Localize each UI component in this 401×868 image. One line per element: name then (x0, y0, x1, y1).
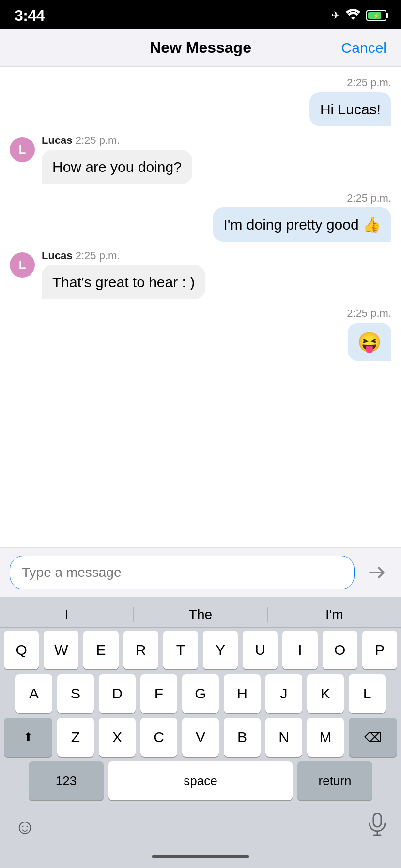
message-bubble: I'm doing pretty good 👍 (213, 207, 391, 242)
autocomplete-word-3[interactable]: I'm (268, 607, 401, 622)
emoji-button[interactable]: ☺ (15, 815, 35, 838)
shift-key[interactable]: ⬆ (4, 718, 52, 757)
msg-time: 2:25 p.m. (76, 249, 120, 262)
app-container: New Message Cancel 2:25 p.m. Hi Lucas! L… (0, 29, 401, 868)
key-F[interactable]: F (140, 674, 177, 713)
keyboard: I The I'm Q W E R T Y U I O P A (0, 597, 401, 868)
key-N[interactable]: N (265, 718, 302, 757)
key-row-1: Q W E R T Y U I O P (4, 631, 397, 669)
message-row: L Lucas 2:25 p.m. How are you doing? (10, 134, 391, 184)
key-H[interactable]: H (224, 674, 261, 713)
key-U[interactable]: U (243, 631, 278, 669)
mic-button[interactable] (368, 813, 386, 840)
sender-name: Lucas (42, 134, 73, 146)
status-icons: ✈ ⚡ (331, 8, 386, 23)
airplane-icon: ✈ (331, 9, 340, 22)
sender-name: Lucas (42, 249, 73, 262)
wifi-icon (346, 8, 360, 23)
send-arrow-icon (365, 561, 387, 584)
message-row: L Lucas 2:25 p.m. That's great to hear :… (10, 249, 391, 299)
key-O[interactable]: O (323, 631, 357, 669)
message-meta: Lucas 2:25 p.m. (42, 249, 205, 262)
key-D[interactable]: D (99, 674, 136, 713)
key-I[interactable]: I (282, 631, 317, 669)
key-row-3: ⬆ Z X C V B N M ⌫ (4, 718, 397, 757)
key-row-4: 123 space return (4, 761, 397, 800)
home-indicator (0, 850, 401, 868)
msg-time: 2:25 p.m. (76, 134, 120, 146)
key-G[interactable]: G (182, 674, 219, 713)
key-M[interactable]: M (307, 718, 344, 757)
key-T[interactable]: T (163, 631, 198, 669)
svg-rect-0 (373, 813, 381, 827)
message-meta: Lucas 2:25 p.m. (42, 134, 192, 147)
autocomplete-word-1[interactable]: I (0, 607, 133, 622)
key-W[interactable]: W (44, 631, 78, 669)
battery-icon: ⚡ (366, 10, 386, 21)
message-row: 2:25 p.m. 😝 (10, 307, 391, 361)
message-bubble: 😝 (348, 323, 391, 361)
key-P[interactable]: P (362, 631, 397, 669)
key-Q[interactable]: Q (4, 631, 39, 669)
message-bubble: That's great to hear : ) (42, 265, 205, 299)
message-input[interactable] (10, 556, 355, 589)
key-B[interactable]: B (224, 718, 261, 757)
autocomplete-bar: I The I'm (0, 602, 401, 628)
key-R[interactable]: R (123, 631, 158, 669)
message-bubble: Hi Lucas! (309, 92, 391, 126)
message-col: Lucas 2:25 p.m. How are you doing? (42, 134, 192, 184)
key-Z[interactable]: Z (57, 718, 94, 757)
message-bubble: How are you doing? (42, 150, 192, 184)
space-key[interactable]: space (108, 761, 293, 800)
home-bar (152, 855, 249, 858)
header-title: New Message (150, 39, 251, 57)
messages-area: 2:25 p.m. Hi Lucas! L Lucas 2:25 p.m. Ho… (0, 67, 401, 547)
delete-icon: ⌫ (364, 730, 382, 745)
key-J[interactable]: J (265, 674, 302, 713)
send-button[interactable] (361, 558, 391, 588)
message-row: 2:25 p.m. I'm doing pretty good 👍 (10, 192, 391, 242)
key-A[interactable]: A (15, 674, 52, 713)
numbers-key[interactable]: 123 (29, 761, 104, 800)
shift-icon: ⬆ (23, 730, 33, 744)
key-E[interactable]: E (83, 631, 118, 669)
status-bar: 3:44 ✈ ⚡ (0, 0, 401, 29)
message-col: Lucas 2:25 p.m. That's great to hear : ) (42, 249, 205, 299)
avatar: L (10, 252, 35, 278)
key-V[interactable]: V (182, 718, 219, 757)
message-row: 2:25 p.m. Hi Lucas! (10, 77, 391, 126)
return-key[interactable]: return (297, 761, 372, 800)
message-time: 2:25 p.m. (347, 77, 391, 89)
key-row-2: A S D F G H J K L (4, 674, 397, 713)
key-S[interactable]: S (57, 674, 94, 713)
delete-key[interactable]: ⌫ (349, 718, 397, 757)
message-time: 2:25 p.m. (347, 307, 391, 320)
key-Y[interactable]: Y (203, 631, 238, 669)
autocomplete-word-2[interactable]: The (134, 607, 267, 622)
avatar: L (10, 137, 35, 162)
key-L[interactable]: L (349, 674, 386, 713)
key-K[interactable]: K (307, 674, 344, 713)
key-rows: Q W E R T Y U I O P A S D F G H J K (0, 628, 401, 800)
status-time: 3:44 (15, 7, 45, 25)
cancel-button[interactable]: Cancel (341, 40, 386, 56)
keyboard-bottom: ☺ (0, 805, 401, 850)
key-X[interactable]: X (99, 718, 136, 757)
message-time: 2:25 p.m. (347, 192, 391, 204)
header: New Message Cancel (0, 29, 401, 67)
key-C[interactable]: C (140, 718, 177, 757)
input-area (0, 547, 401, 597)
